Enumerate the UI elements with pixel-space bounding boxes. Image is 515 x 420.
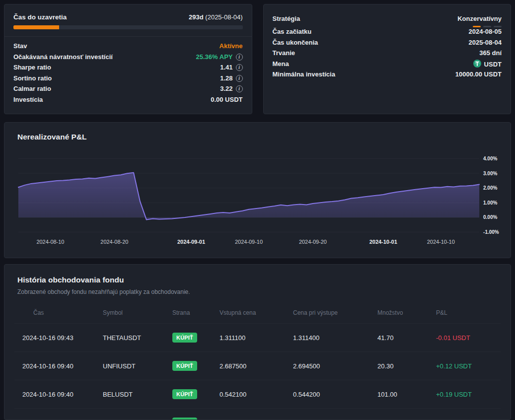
closing-title: Čas do uzavretia [13,13,67,21]
y-axis-label: 1.00% [483,200,497,206]
strategy-info-list: StratégiaKonzervatívnyČas začiatku2024-0… [273,14,502,81]
x-axis-label: 2024-09-01 [177,239,205,245]
info-row: Minimálna investícia10000.00 USDT [273,70,502,81]
stat-label: Sharpe ratio [13,63,51,72]
info-value: 10000.00 USDT [455,70,502,79]
trade-side-cell: KÚPIŤ [172,409,220,420]
closing-time-panel: Čas do uzavretia 293d (2025-08-04) StavA… [4,4,252,114]
unrealized-pnl-panel: Nerealizované P&L 4.00%3.00%2.00%1.00%0.… [4,122,511,258]
info-label: Trvanie [273,49,295,58]
trade-exit-price: 2.694500 [293,352,377,380]
stat-value-line: 3.22i [220,84,242,93]
info-value: 365 dní [479,49,502,58]
stat-value-line: Aktívne [220,42,243,51]
closing-days: 293d [189,13,204,21]
table-row: 2024-10-16 09:43THETAUSDTKÚPIŤ1.3111001.… [14,324,501,352]
panel-divider [4,36,252,37]
x-axis-label: 2024-10-01 [369,239,397,245]
trade-history-panel: História obchodovania fondu Zobrazené ob… [4,264,511,420]
pnl-chart-svg: 4.00%3.00%2.00%1.00%0.00%-1.00%2024-08-1… [14,150,501,250]
trade-entry-price: 4.783000 [220,409,293,420]
info-icon[interactable]: i [236,64,243,71]
info-value-wrap: 2024-08-05 [469,27,502,36]
info-value: Konzervatívny [457,14,502,23]
info-value-line: 365 dní [479,49,502,58]
y-axis-label: 0.00% [483,214,497,220]
trade-symbol: AXSUSDT [103,409,172,420]
info-row: StratégiaKonzervatívny [273,14,502,27]
trade-quantity: 101.00 [377,380,436,409]
trade-entry-price: 1.311100 [220,324,293,352]
buy-badge: KÚPIŤ [172,389,197,399]
stat-value: 0.00 USDT [211,95,242,104]
info-value: USDT [484,60,502,69]
strategy-panel: StratégiaKonzervatívnyČas začiatku2024-0… [263,4,512,114]
info-value: 2025-08-04 [469,38,502,47]
trade-quantity: 41.70 [377,324,436,352]
column-header: Symbol [103,303,172,324]
trade-pnl: +0.19 USDT [436,380,501,409]
fund-dashboard-page: Čas do uzavretia 293d (2025-08-04) StavA… [0,0,515,420]
x-axis-label: 2024-09-20 [299,239,327,245]
info-icon[interactable]: i [236,85,243,92]
trade-exit-price: 4.797000 [293,409,377,420]
info-value-line: USDT [473,60,502,70]
stat-label: Calmar ratio [13,84,51,93]
stat-value-line: 25.36% APYi [196,53,243,62]
info-icon[interactable]: i [236,54,243,61]
info-value-line: Konzervatívny [457,14,502,23]
trade-exit-price: 1.311400 [293,324,377,352]
info-row: Čas ukončenia2025-08-04 [273,38,502,49]
closing-progress-bar [13,25,243,29]
info-row: Čas začiatku2024-08-05 [273,27,502,38]
column-header: P&L [436,303,501,324]
trade-side-cell: KÚPIŤ [172,380,220,409]
table-row: 2024-10-16 09:40UNFIUSDTKÚPIŤ2.6875002.6… [14,352,501,380]
stat-value-line: 1.28i [220,74,242,83]
info-icon[interactable]: i [236,75,243,82]
info-label: Čas ukončenia [273,38,318,47]
closing-countdown: 293d (2025-08-04) [189,13,242,21]
trade-side-cell: KÚPIŤ [172,324,220,352]
stat-row: Sharpe ratio1.41i [13,63,243,74]
trade-time: 2024-10-16 09:40 [14,352,103,380]
table-row: 2024-10-16 09:40AXSUSDTKÚPIŤ4.7830004.79… [14,409,501,420]
trade-time: 2024-10-16 09:40 [14,409,103,420]
x-axis-label: 2024-08-20 [100,239,128,245]
trade-time: 2024-10-16 09:43 [14,324,103,352]
info-label: Čas začiatku [273,27,312,36]
summary-row: Čas do uzavretia 293d (2025-08-04) StavA… [4,4,511,114]
x-axis-label: 2024-08-10 [36,239,64,245]
trade-symbol: THETAUSDT [103,324,172,352]
stat-label: Očakávaná návratnosť investícií [13,53,113,62]
stat-value-wrap: 0.00 USDT [211,95,242,104]
stat-value: 25.36% APY [196,53,233,62]
info-value-wrap: 2025-08-04 [469,38,502,47]
trade-time: 2024-10-16 09:40 [14,380,103,409]
trade-symbol: BELUSDT [103,380,172,409]
y-axis-label: -1.00% [483,229,499,235]
trade-history-subtitle: Zobrazené obchody fondu nezahŕňajú popla… [17,288,501,295]
stat-value-wrap: 25.36% APYi [196,53,243,62]
info-value-line: 2024-08-05 [469,27,502,36]
stat-value-line: 1.41i [220,63,242,72]
stat-row: Očakávaná návratnosť investícií25.36% AP… [13,53,243,64]
stat-value: Aktívne [220,42,243,51]
info-row: Trvanie365 dní [273,49,502,60]
trade-entry-price: 0.542100 [220,380,293,409]
closing-header: Čas do uzavretia 293d (2025-08-04) [13,13,243,21]
trade-symbol: UNFIUSDT [103,352,172,380]
pnl-area-fill [18,173,479,220]
stat-row: StavAktívne [13,42,243,53]
trade-pnl: +0.15 USDT [436,409,501,420]
info-label: Mena [273,60,289,69]
column-header: Strana [172,303,220,324]
stat-label: Investícia [13,95,43,104]
trade-pnl: +0.12 USDT [436,352,501,380]
trade-pnl: -0.01 USDT [436,324,501,352]
info-value-wrap: Konzervatívny [457,14,502,27]
info-value-line: 2025-08-04 [469,38,502,47]
y-axis-label: 4.00% [483,156,497,161]
column-header: Množstvo [377,303,436,324]
stat-label: Sortino ratio [13,74,52,83]
